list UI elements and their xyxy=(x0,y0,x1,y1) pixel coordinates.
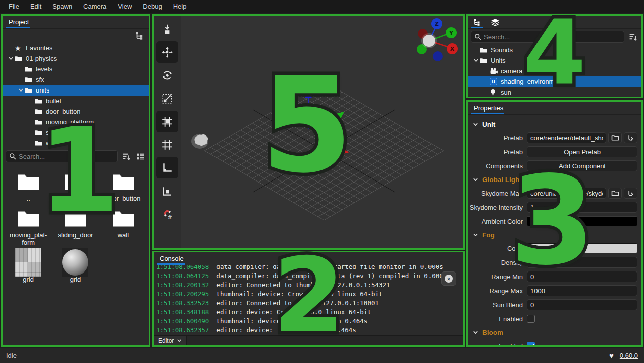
ambient-color-swatch[interactable] xyxy=(527,216,637,226)
tab-properties[interactable]: Properties xyxy=(468,102,509,114)
folder-icon xyxy=(110,207,136,229)
folder-icon xyxy=(480,57,488,64)
row-skydome-map: Skydome Map xyxy=(468,186,641,200)
snap-to-grid-icon[interactable] xyxy=(156,111,178,132)
tree-item-units[interactable]: Units xyxy=(468,55,641,66)
density-input[interactable] xyxy=(527,257,637,268)
section-bloom[interactable]: Bloom xyxy=(468,326,641,339)
range-min-input[interactable] xyxy=(527,271,637,282)
chevron-down-icon xyxy=(473,330,478,335)
menu-file[interactable]: File xyxy=(3,0,25,13)
texture-thumbnail xyxy=(15,251,41,274)
menu-camera[interactable]: Camera xyxy=(78,0,112,13)
chevron-down-icon[interactable] xyxy=(7,56,15,61)
file-item-parent[interactable]: .. xyxy=(5,170,52,202)
scale-tool-icon[interactable] xyxy=(156,87,178,109)
tree-item-levels[interactable]: levels xyxy=(3,64,149,74)
tree-item-units[interactable]: units xyxy=(3,85,149,96)
local-axes-icon[interactable] xyxy=(156,157,178,178)
file-item-grid-texture[interactable]: grid xyxy=(5,251,52,283)
goto-resource-icon[interactable] xyxy=(624,188,637,199)
collapse-tree-icon[interactable] xyxy=(134,30,145,41)
open-prefab-button[interactable]: Open Prefab xyxy=(527,146,637,157)
snap-magnet-icon[interactable] xyxy=(156,203,178,225)
browse-folder-icon[interactable] xyxy=(608,132,622,143)
console-command-input[interactable] xyxy=(187,336,463,345)
properties-panel: Properties Unit Prefab Prefab Open Prefa… xyxy=(466,100,643,347)
file-item-wall[interactable]: wall xyxy=(99,207,147,246)
tree-item-bullet[interactable]: bullet xyxy=(3,96,149,106)
tree-item-sun[interactable]: sun xyxy=(468,87,641,98)
console-channel-dropdown[interactable]: Editor xyxy=(154,336,187,345)
project-toolbar xyxy=(3,29,149,43)
rotate-tool-icon[interactable] xyxy=(156,64,178,86)
menu-view[interactable]: View xyxy=(112,0,137,13)
range-max-input[interactable] xyxy=(527,285,637,296)
tab-console[interactable]: Console xyxy=(154,252,190,265)
file-item-bullet[interactable]: bullet xyxy=(52,170,99,202)
menu-spawn[interactable]: Spawn xyxy=(47,0,78,13)
section-fog[interactable]: Fog xyxy=(468,228,641,241)
tree-item-sfx[interactable]: sfx xyxy=(3,74,149,85)
properties-tabbar: Properties xyxy=(468,102,641,115)
menu-help[interactable]: Help xyxy=(168,0,192,13)
fog-enabled-checkbox[interactable] xyxy=(527,315,535,323)
row-prefab: Prefab xyxy=(468,131,641,145)
menu-edit[interactable]: Edit xyxy=(25,0,47,13)
bloom-enabled-checkbox[interactable] xyxy=(527,342,535,345)
hierarchy-tree: Sounds Units camera u shading_environmen… xyxy=(468,45,641,98)
tab-layers[interactable] xyxy=(486,16,505,28)
browse-folder-icon[interactable] xyxy=(608,188,622,199)
tree-item-wall[interactable]: wall xyxy=(3,138,149,148)
skydome-map-input[interactable] xyxy=(527,188,606,199)
place-tool-icon[interactable] xyxy=(156,18,178,40)
console-log[interactable]: 1:51:08.064058data_compiler: data_compil… xyxy=(154,265,463,335)
version-link[interactable]: 0.60.0 xyxy=(620,352,638,359)
file-item-door-button[interactable]: door_button xyxy=(99,170,147,202)
goto-resource-icon[interactable] xyxy=(624,132,637,143)
list-view-icon[interactable] xyxy=(135,151,146,162)
menu-debug[interactable]: Debug xyxy=(137,0,167,13)
prefab-resource-input[interactable] xyxy=(527,132,606,143)
row-components: Components Add Component xyxy=(468,159,641,173)
tree-item-door-button[interactable]: door_button xyxy=(3,106,149,117)
world-axes-icon[interactable] xyxy=(156,180,178,202)
console-line: 1:51:08.064125data_compiler: data_compil… xyxy=(156,271,463,281)
sort-icon[interactable] xyxy=(121,151,132,162)
console-line: 1:51:08.200132editor: Connected to thumb… xyxy=(156,281,463,290)
tree-item-sounds[interactable]: Sounds xyxy=(468,45,641,55)
chevron-down-icon[interactable] xyxy=(17,87,25,93)
chevron-down-icon[interactable] xyxy=(472,58,480,63)
hierarchy-search-input[interactable] xyxy=(484,33,621,41)
viewport-toolbar xyxy=(154,16,181,248)
skydome-intensity-input[interactable] xyxy=(527,202,637,213)
sun-blend-input[interactable] xyxy=(527,299,637,310)
tree-item-camera[interactable]: camera xyxy=(468,66,641,76)
tab-hierarchy[interactable] xyxy=(468,16,486,28)
translate-gizmo xyxy=(305,89,349,155)
viewport-scene[interactable]: Z Y X xyxy=(181,16,463,248)
fog-color-swatch[interactable] xyxy=(527,243,637,253)
row-range-min: Range Min xyxy=(468,269,641,284)
heart-icon[interactable]: ♥ xyxy=(609,351,614,360)
file-item-moving-platform[interactable]: moving_plat-form xyxy=(5,207,52,246)
add-component-button[interactable]: Add Component xyxy=(527,160,637,171)
section-global-lighting[interactable]: Global Lighting xyxy=(468,173,641,186)
tree-item-moving-platform[interactable]: moving_platform xyxy=(3,117,149,127)
clear-console-button[interactable]: ✕ xyxy=(441,271,456,286)
project-search-input[interactable] xyxy=(19,153,114,160)
tree-item-favorites[interactable]: ★ Favorites xyxy=(3,43,149,53)
tree-item-sliding-door[interactable]: sliding_door xyxy=(3,127,149,138)
file-item-sliding-door[interactable]: sliding_door xyxy=(52,207,99,246)
tree-item-01-physics[interactable]: 01-physics xyxy=(3,53,149,64)
grid-icon[interactable] xyxy=(156,134,178,155)
move-tool-icon[interactable] xyxy=(156,41,178,63)
folder-icon xyxy=(15,170,41,193)
tree-item-shading-environment[interactable]: u shading_environment xyxy=(468,76,641,87)
chevron-down-icon xyxy=(177,338,182,343)
sort-icon[interactable] xyxy=(627,31,638,42)
tab-project[interactable]: Project xyxy=(3,16,35,28)
search-icon xyxy=(9,153,16,160)
section-unit[interactable]: Unit xyxy=(468,118,641,131)
file-item-grid-material[interactable]: grid xyxy=(52,251,99,283)
